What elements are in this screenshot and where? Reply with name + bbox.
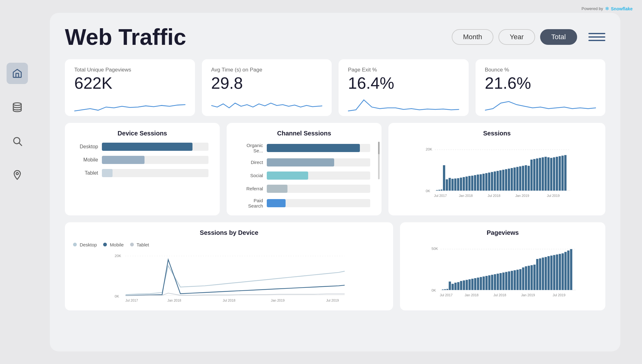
hbar-organic: Organic Se... xyxy=(238,143,370,153)
svg-rect-104 xyxy=(528,266,530,290)
filter-total[interactable]: Total xyxy=(540,29,577,45)
sparkline-bounce-svg xyxy=(485,96,596,115)
database-icon xyxy=(12,102,23,113)
legend-mobile-label: Mobile xyxy=(110,242,124,247)
pageviews-bar-chart: 50K 0K xyxy=(408,242,597,298)
kpi-pageexit-label: Page Exit % xyxy=(348,67,459,73)
dashboard-header: Web Traffic Month Year Total xyxy=(65,24,605,50)
svg-point-0 xyxy=(13,103,21,106)
svg-rect-32 xyxy=(502,170,504,191)
svg-rect-23 xyxy=(477,174,479,190)
brand-name: snowflake xyxy=(611,6,633,11)
powered-by-text: Powered by xyxy=(581,6,603,11)
sidebar-item-home[interactable] xyxy=(7,63,28,84)
svg-rect-80 xyxy=(460,281,462,290)
hbar-organic-label: Organic Se... xyxy=(238,143,263,153)
svg-rect-20 xyxy=(468,176,471,191)
svg-rect-100 xyxy=(517,270,519,290)
filter-month[interactable]: Month xyxy=(452,29,493,45)
sessions-by-device-title: Sessions by Device xyxy=(73,229,385,236)
svg-rect-27 xyxy=(488,172,490,191)
sessions-by-device-chart: 20K 0K Jul 2017 Jan 2018 Jul 2018 Jan 20… xyxy=(73,251,385,302)
sessions-card: Sessions 20K 0K xyxy=(388,123,605,215)
hbar-referral-label: Referral xyxy=(238,186,263,191)
svg-rect-36 xyxy=(513,167,516,191)
svg-rect-34 xyxy=(508,168,510,190)
svg-rect-49 xyxy=(550,158,552,190)
svg-rect-113 xyxy=(553,255,555,290)
svg-rect-8 xyxy=(436,190,438,191)
svg-rect-19 xyxy=(466,177,468,191)
kpi-pageviews: Total Unique Pageviews 622K xyxy=(65,59,195,116)
legend-tablet: Tablet xyxy=(130,242,149,247)
pageviews-card: Pageviews 50K 0K xyxy=(400,222,605,310)
sidebar-item-search[interactable] xyxy=(7,130,28,152)
filter-year[interactable]: Year xyxy=(498,29,535,45)
sparkline-svg xyxy=(74,96,186,115)
sessions-bar-chart: 20K 0K xyxy=(397,143,597,199)
kpi-avgtime: Avg Time (s) on Page 29.8 xyxy=(202,59,332,116)
svg-rect-37 xyxy=(516,167,518,191)
hbar-mobile-label: Mobile xyxy=(76,157,98,163)
svg-text:Jan 2018: Jan 2018 xyxy=(459,193,473,197)
hbar-direct-label: Direct xyxy=(238,160,263,165)
svg-text:0K: 0K xyxy=(115,294,119,298)
hbar-paidsearch-track xyxy=(267,199,370,207)
svg-text:Jul 2019: Jul 2019 xyxy=(553,293,566,297)
svg-line-2 xyxy=(19,143,22,145)
svg-rect-92 xyxy=(494,274,496,290)
svg-rect-18 xyxy=(463,177,465,190)
svg-rect-10 xyxy=(441,189,442,191)
svg-rect-86 xyxy=(477,277,479,290)
svg-rect-22 xyxy=(474,175,476,191)
svg-rect-110 xyxy=(545,257,547,290)
search-icon xyxy=(12,136,23,146)
svg-rect-25 xyxy=(482,174,485,191)
sidebar-item-database[interactable] xyxy=(7,97,28,118)
svg-rect-105 xyxy=(531,265,533,290)
svg-rect-45 xyxy=(539,158,541,190)
pageviews-title: Pageviews xyxy=(408,229,597,236)
legend-dot-tablet xyxy=(130,243,134,246)
svg-rect-39 xyxy=(522,166,524,190)
svg-rect-24 xyxy=(480,174,482,190)
channel-sessions-title: Channel Sessions xyxy=(235,130,373,137)
svg-text:Jul 2018: Jul 2018 xyxy=(488,193,501,197)
svg-text:Jan 2018: Jan 2018 xyxy=(167,298,181,302)
svg-text:50K: 50K xyxy=(432,246,438,251)
svg-rect-112 xyxy=(550,256,553,290)
svg-rect-75 xyxy=(447,289,448,290)
kpi-pageviews-sparkline xyxy=(74,96,186,111)
sidebar-item-location[interactable] xyxy=(7,164,28,186)
svg-point-3 xyxy=(16,172,18,175)
hbar-organic-track xyxy=(267,144,370,152)
kpi-avgtime-sparkline xyxy=(211,96,323,111)
svg-rect-87 xyxy=(480,277,482,290)
hbar-mobile-fill xyxy=(102,156,145,164)
svg-text:Jan 2019: Jan 2019 xyxy=(271,298,285,302)
svg-rect-16 xyxy=(457,178,459,191)
kpi-bounce-label: Bounce % xyxy=(485,67,596,73)
svg-rect-95 xyxy=(503,272,505,290)
svg-rect-107 xyxy=(536,259,539,290)
svg-text:Jul 2018: Jul 2018 xyxy=(223,298,235,302)
hbar-paidsearch: Paid Search xyxy=(238,198,370,208)
filter-buttons: Month Year Total xyxy=(452,29,605,45)
svg-rect-28 xyxy=(491,172,493,190)
svg-rect-76 xyxy=(449,282,451,290)
menu-button[interactable] xyxy=(588,30,605,44)
svg-text:0K: 0K xyxy=(426,188,430,193)
svg-text:Jul 2018: Jul 2018 xyxy=(493,293,506,297)
svg-text:Jul 2017: Jul 2017 xyxy=(125,298,138,302)
svg-rect-102 xyxy=(522,267,524,290)
svg-rect-11 xyxy=(443,165,445,191)
hbar-organic-fill xyxy=(267,144,360,152)
svg-rect-74 xyxy=(444,289,446,290)
svg-rect-106 xyxy=(534,265,536,290)
svg-rect-44 xyxy=(536,158,538,191)
svg-rect-46 xyxy=(542,157,544,190)
svg-rect-33 xyxy=(505,169,507,190)
svg-rect-26 xyxy=(485,173,487,191)
svg-text:Jul 2019: Jul 2019 xyxy=(326,298,339,302)
sessions-by-device-legend: Desktop Mobile Tablet xyxy=(73,242,385,247)
